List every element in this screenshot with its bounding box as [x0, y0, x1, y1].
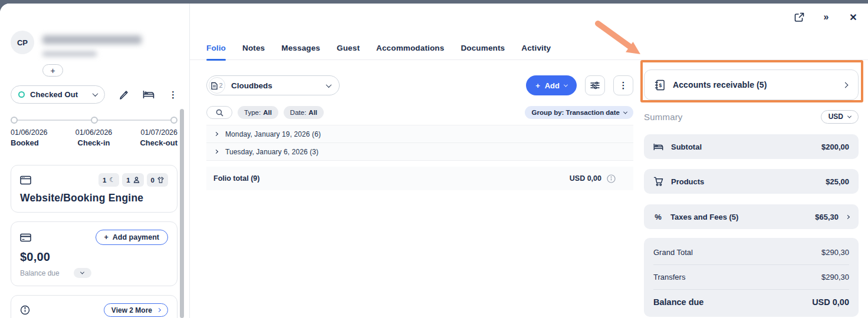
- plus-icon: +: [535, 81, 540, 90]
- tab-guest[interactable]: Guest: [337, 37, 360, 60]
- info-icon: [20, 305, 30, 315]
- svg-text:$: $: [659, 82, 662, 88]
- person-icon: [133, 177, 140, 183]
- products-row[interactable]: Products $25,00: [644, 169, 859, 194]
- products-amount: $25,00: [826, 177, 849, 186]
- detail-tabs: Folio Notes Messages Guest Accommodation…: [190, 37, 868, 60]
- tab-accommodations[interactable]: Accommodations: [376, 37, 444, 60]
- sidebar-scrollbar[interactable]: [180, 109, 184, 318]
- currency-dropdown[interactable]: USD: [821, 110, 859, 124]
- checkout-date: 01/07/2026: [140, 128, 177, 137]
- ledger-icon: $: [654, 80, 665, 91]
- open-in-new-window-button[interactable]: [793, 11, 805, 24]
- products-label: Products: [671, 177, 818, 186]
- tab-documents[interactable]: Documents: [461, 37, 505, 60]
- folio-name: Cloudbeds: [231, 81, 321, 90]
- balance-amount: $0,00: [20, 250, 168, 264]
- timeline-dot-booked: [11, 117, 18, 124]
- view-more-button[interactable]: View 2 More: [104, 303, 168, 317]
- timeline-dot-checkin: [91, 117, 98, 124]
- search-button[interactable]: [206, 106, 232, 119]
- folio-total-row: Folio total (9) USD 0,00: [206, 167, 633, 190]
- bed-icon: [653, 143, 663, 151]
- bed-icon: [143, 90, 154, 99]
- cart-icon: [653, 177, 663, 186]
- taxes-fees-row[interactable]: % Taxes and Fees (5) $65,30: [644, 204, 859, 229]
- timeline-checkin: 01/06/2026 Check-in: [75, 128, 113, 147]
- timeline-checkout: 01/07/2026 Check-out: [140, 128, 177, 147]
- group-by-label: Group by: Transaction date: [531, 109, 620, 116]
- group-row-monday[interactable]: Monday, January 19, 2026 (6): [206, 125, 633, 143]
- transfers-row: Transfers $290,30: [653, 265, 849, 290]
- custom-fields-card: View 2 More Next travel destination* mia…: [11, 295, 177, 318]
- group-row-tuesday[interactable]: Tuesday, January 6, 2026 (3): [206, 143, 633, 161]
- guest-identity: [42, 31, 142, 57]
- type-filter-chip[interactable]: Type: All: [238, 106, 278, 119]
- accounts-receivable-card[interactable]: $ Accounts receivable (5): [644, 69, 859, 100]
- moon-icon: ☾: [109, 176, 115, 184]
- transaction-groups: Monday, January 19, 2026 (6) Tuesday, Ja…: [206, 125, 633, 161]
- subtotal-row[interactable]: Subtotal $200,00: [644, 134, 859, 159]
- folio-more-button[interactable]: ⋮: [613, 75, 633, 95]
- payment-card: + Add payment $0,00 Balance due: [11, 221, 177, 286]
- date-filter-chip[interactable]: Date: All: [284, 106, 324, 119]
- add-tag-button[interactable]: +: [42, 64, 63, 77]
- more-actions-button[interactable]: ⋮: [169, 90, 177, 100]
- tab-notes[interactable]: Notes: [242, 37, 265, 60]
- edit-reservation-button[interactable]: [119, 90, 129, 100]
- reservation-status-dropdown[interactable]: Checked Out: [11, 85, 105, 104]
- currency-value: USD: [828, 112, 843, 121]
- transfers-amount: $290,30: [821, 273, 849, 281]
- summary-title: Summary: [644, 112, 683, 122]
- folio-toolbar: 2 Cloudbeds + Add: [206, 75, 633, 95]
- nights-count: 1: [103, 177, 106, 184]
- chevron-right-icon: [843, 82, 849, 88]
- timeline-dot-checkout: [170, 117, 177, 124]
- reservation-drawer: CP + Checked Out: [0, 0, 868, 318]
- totals-card: Grand Total $290,30 Transfers $290,30 Ba…: [644, 238, 859, 317]
- tab-folio[interactable]: Folio: [206, 37, 226, 60]
- chevron-right-icon: [214, 150, 218, 154]
- folio-content: 2 Cloudbeds + Add: [190, 60, 868, 318]
- filter-settings-button[interactable]: [585, 75, 605, 95]
- folio-count: 2: [219, 82, 222, 89]
- folio-selector-dropdown[interactable]: 2 Cloudbeds: [206, 75, 340, 95]
- grand-total-row: Grand Total $290,30: [653, 240, 849, 265]
- guest-name-redacted: [42, 35, 142, 44]
- type-value: All: [263, 109, 272, 116]
- assign-room-button[interactable]: [143, 90, 154, 99]
- type-label: Type:: [244, 109, 261, 116]
- status-row: Checked Out ⋮: [11, 85, 177, 104]
- grand-total-amount: $290,30: [821, 248, 849, 257]
- close-drawer-button[interactable]: ✕: [847, 11, 860, 24]
- group-by-dropdown[interactable]: Group by: Transaction date: [525, 106, 633, 119]
- balance-due-amount: USD 0,00: [812, 297, 849, 307]
- stay-badges: 1 ☾ 1 0: [98, 173, 168, 187]
- collapse-drawer-button[interactable]: »: [820, 11, 833, 24]
- folio-column: 2 Cloudbeds + Add: [206, 75, 633, 190]
- filter-chips-row: Type: All Date: All Group by: Transactio…: [206, 106, 633, 119]
- date-label: Date:: [290, 109, 307, 116]
- folio-count-badge: 2: [209, 77, 225, 94]
- balance-caption: Balance due: [20, 269, 60, 277]
- status-label: Checked Out: [30, 90, 88, 99]
- balance-due-row: Balance due USD 0,00: [653, 290, 849, 314]
- checkin-date: 01/06/2026: [75, 128, 113, 137]
- document-icon: [211, 82, 218, 90]
- accounts-receivable-label: Accounts receivable (5): [673, 80, 836, 90]
- plus-icon: +: [104, 233, 108, 241]
- sliders-icon: [590, 81, 600, 90]
- folio-total-amount: USD 0,00: [570, 174, 601, 183]
- booked-date: 01/06/2026: [11, 128, 48, 137]
- add-label: Add: [545, 81, 560, 90]
- taxes-fees-amount: $65,30: [815, 213, 839, 221]
- summary-header: Summary USD: [644, 110, 859, 124]
- main-panel: » ✕ Folio Notes Messages Guest Accommoda…: [190, 4, 868, 318]
- add-transaction-button[interactable]: + Add: [526, 75, 577, 95]
- balance-expand-button[interactable]: [74, 268, 91, 278]
- add-payment-button[interactable]: + Add payment: [96, 230, 169, 245]
- children-count: 0: [151, 177, 154, 184]
- pencil-icon: [119, 90, 129, 100]
- tab-activity[interactable]: Activity: [521, 37, 551, 60]
- tab-messages[interactable]: Messages: [281, 37, 320, 60]
